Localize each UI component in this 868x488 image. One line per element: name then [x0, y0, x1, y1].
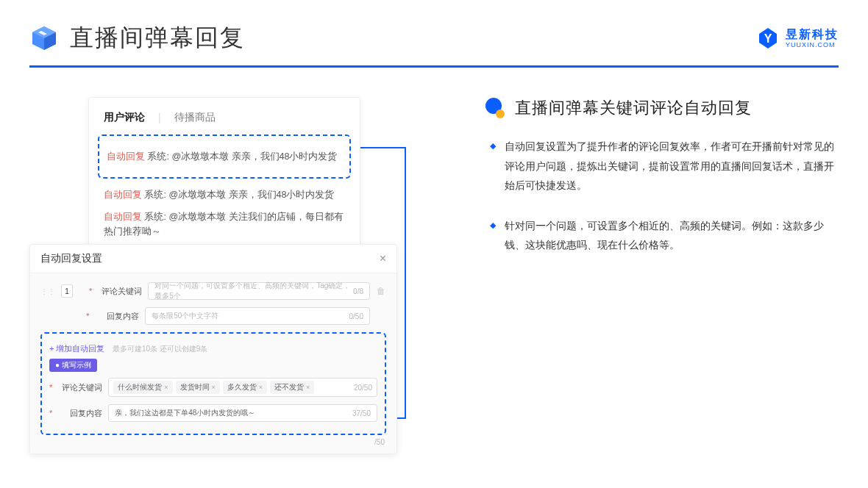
keyword-tag: 发货时间×: [176, 381, 220, 394]
required-marker: *: [86, 312, 89, 320]
example-chip: ● 填写示例: [49, 359, 97, 372]
example-content-label: 回复内容: [58, 408, 102, 419]
brand-name-zh: 昱新科技: [786, 29, 839, 40]
drag-handle-icon[interactable]: ⋮⋮: [40, 287, 55, 295]
tab-separator: |: [158, 112, 161, 123]
delete-icon[interactable]: 🗑: [376, 286, 386, 296]
required-marker: *: [49, 383, 52, 392]
content-label: 回复内容: [95, 311, 139, 322]
connector-line: [405, 147, 406, 419]
brand-name-en: YUUXIN.COM: [786, 42, 839, 49]
comment-item: 自动回复 系统: @冰墩墩本墩 亲亲，我们48小时内发货: [107, 149, 342, 164]
keyword-label: 评论关键词: [98, 286, 142, 297]
example-keyword-input[interactable]: 什么时候发货× 发货时间× 多久发货× 还不发货× 20/50: [108, 378, 377, 397]
bubble-icon: [485, 98, 506, 118]
side-counter: /50: [40, 435, 386, 446]
required-marker: *: [49, 409, 52, 417]
highlighted-comment-box: 自动回复 系统: @冰墩墩本墩 亲亲，我们48小时内发货: [98, 134, 351, 179]
svg-text:Y: Y: [764, 32, 772, 45]
keyword-input[interactable]: 对同一个问题，可设置多个相近、高频的关键词，Tag确定，最多5个 0/8: [148, 282, 370, 300]
close-icon[interactable]: ×: [380, 252, 386, 265]
item-number: 1: [61, 284, 73, 298]
comment-item: 自动回复 系统: @冰墩墩本墩 关注我们的店铺，每日都有热门推荐呦～: [104, 209, 345, 239]
example-content-input[interactable]: 亲，我们这边都是下单48小时内发货的哦～ 37/50: [108, 404, 377, 422]
page-title: 直播间弹幕回复: [70, 22, 245, 54]
section-title: 直播间弹幕关键词评论自动回复: [515, 97, 752, 119]
cube-icon: [29, 24, 59, 53]
example-section: + 增加自动回复 最多可建10条 还可以创建9条 ● 填写示例 * 评论关键词 …: [40, 332, 386, 435]
add-note: 最多可建10条 还可以创建9条: [113, 345, 207, 353]
auto-reply-settings-panel: 自动回复设置 × ⋮⋮ 1 * 评论关键词 对同一个问题，可设置多个相近、高频的…: [29, 244, 397, 454]
required-marker: *: [89, 287, 92, 295]
settings-title: 自动回复设置: [40, 252, 102, 265]
tab-pending-goods[interactable]: 待播商品: [174, 111, 216, 124]
keyword-tag: 什么时候发货×: [113, 381, 172, 394]
comment-panel: 用户评论 | 待播商品 自动回复 系统: @冰墩墩本墩 亲亲，我们48小时内发货…: [88, 97, 360, 269]
brand-logo: Y 昱新科技 YUUXIN.COM: [756, 26, 839, 50]
keyword-tag: 多久发货×: [223, 381, 267, 394]
add-auto-reply-link[interactable]: + 增加自动回复: [49, 344, 104, 353]
tab-user-comments[interactable]: 用户评论: [104, 111, 145, 124]
content-input[interactable]: 每条限50个中文字符 0/50: [145, 307, 370, 325]
keyword-tag: 还不发货×: [270, 381, 314, 394]
comment-item: 自动回复 系统: @冰墩墩本墩 亲亲，我们48小时内发货: [104, 187, 345, 202]
bullet-item: 自动回复设置为了提升作者的评论回复效率，作者可在开播前针对常见的评论用户问题，提…: [490, 137, 839, 195]
bullet-item: 针对同一个问题，可设置多个相近的、高频的关键词。例如：这款多少钱、这块能优惠吗、…: [490, 216, 839, 255]
brand-icon: Y: [756, 26, 780, 50]
connector-line: [360, 147, 406, 148]
example-keyword-label: 评论关键词: [58, 382, 102, 393]
